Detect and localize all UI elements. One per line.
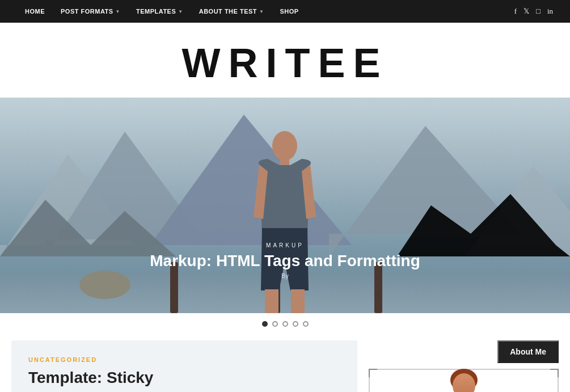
sidebar-person-image bbox=[436, 369, 492, 392]
article-card: UNCATEGORIZED Template: Sticky bbox=[11, 340, 357, 392]
nav-templates[interactable]: TEMPLATES ▼ bbox=[128, 0, 191, 23]
instagram-icon[interactable]: □ bbox=[536, 7, 541, 16]
main-navigation: HOME POST FORMATS ▼ TEMPLATES ▼ ABOUT TH… bbox=[0, 0, 570, 23]
article-title[interactable]: Template: Sticky bbox=[28, 369, 340, 387]
site-title[interactable]: WRITEE bbox=[0, 40, 570, 86]
svg-point-12 bbox=[79, 271, 130, 299]
svg-rect-15 bbox=[265, 289, 278, 313]
svg-point-13 bbox=[272, 131, 297, 161]
hero-slider: MARKUP Markup: HTML Tags and Formatting … bbox=[0, 98, 570, 313]
hero-title[interactable]: Markup: HTML Tags and Formatting bbox=[150, 252, 420, 270]
slider-dot-4[interactable] bbox=[293, 321, 298, 327]
svg-rect-16 bbox=[291, 289, 305, 313]
slider-dot-3[interactable] bbox=[282, 321, 288, 327]
slider-dots bbox=[0, 313, 570, 335]
nav-post-formats[interactable]: POST FORMATS ▼ bbox=[53, 0, 128, 23]
chevron-down-icon: ▼ bbox=[116, 9, 120, 14]
twitter-icon[interactable]: 𝕏 bbox=[523, 7, 529, 16]
hero-category: MARKUP bbox=[150, 242, 420, 248]
slider-dot-2[interactable] bbox=[272, 321, 278, 327]
nav-shop[interactable]: SHOP bbox=[272, 0, 306, 23]
site-header: WRITEE bbox=[0, 23, 570, 98]
hero-overlay: MARKUP Markup: HTML Tags and Formatting … bbox=[150, 242, 420, 279]
nav-about[interactable]: ABOUT THE TEST ▼ bbox=[191, 0, 272, 23]
main-content: UNCATEGORIZED Template: Sticky About Me bbox=[0, 335, 570, 392]
mountain-svg bbox=[0, 98, 570, 313]
slider-dot-5[interactable] bbox=[303, 321, 309, 327]
nav-home[interactable]: HOME bbox=[17, 0, 53, 23]
article-category[interactable]: UNCATEGORIZED bbox=[28, 356, 340, 363]
hero-image: MARKUP Markup: HTML Tags and Formatting … bbox=[0, 98, 570, 313]
facebook-icon[interactable]: f bbox=[514, 7, 517, 16]
chevron-down-icon: ▼ bbox=[259, 9, 264, 14]
nav-links: HOME POST FORMATS ▼ TEMPLATES ▼ ABOUT TH… bbox=[17, 0, 307, 23]
slider-dot-1[interactable] bbox=[262, 321, 268, 327]
social-links: f 𝕏 □ in bbox=[514, 7, 553, 16]
linkedin-icon[interactable]: in bbox=[547, 7, 553, 16]
sidebar-image-area bbox=[369, 369, 559, 392]
chevron-down-icon: ▼ bbox=[178, 9, 183, 14]
about-me-button[interactable]: About Me bbox=[497, 340, 559, 363]
svg-rect-14 bbox=[280, 158, 289, 165]
hero-by: By bbox=[150, 272, 420, 279]
sidebar: About Me bbox=[369, 340, 559, 392]
